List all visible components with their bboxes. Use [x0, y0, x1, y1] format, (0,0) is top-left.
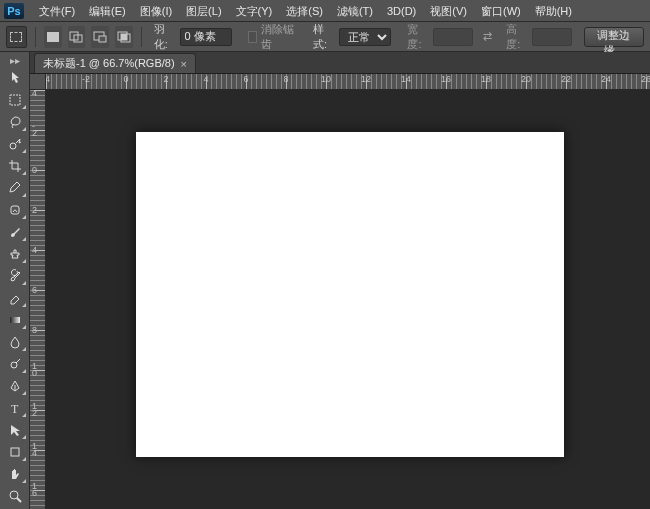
close-icon[interactable]: × [181, 58, 187, 70]
menu-help[interactable]: 帮助(H) [528, 0, 579, 22]
menu-view[interactable]: 视图(V) [423, 0, 474, 22]
menu-3d[interactable]: 3D(D) [380, 0, 423, 22]
options-divider [35, 27, 36, 47]
menu-file[interactable]: 文件(F) [32, 0, 82, 22]
healing-brush-tool[interactable] [3, 200, 27, 220]
eyedropper-tool[interactable] [3, 178, 27, 198]
eraser-tool[interactable] [3, 288, 27, 308]
canvas-viewport[interactable]: -4-2024681012141618202224262830 -4-20246… [30, 74, 650, 509]
canvas[interactable] [136, 132, 564, 457]
checkbox-icon [248, 31, 258, 43]
type-tool[interactable]: T [3, 398, 27, 418]
work-area: ▸▸ T 未标题-1 @ 66.7%(RGB/8) × -4-202468101… [0, 52, 650, 509]
height-label: 高度: [506, 22, 526, 52]
svg-rect-8 [10, 95, 20, 105]
app-logo: Ps [4, 3, 24, 19]
crop-tool[interactable] [3, 156, 27, 176]
selection-new-icon[interactable] [44, 26, 62, 48]
quick-select-tool[interactable] [3, 134, 27, 154]
shape-tool[interactable] [3, 442, 27, 462]
document-tab-title: 未标题-1 @ 66.7%(RGB/8) [43, 56, 175, 71]
svg-text:T: T [11, 402, 19, 415]
gradient-tool[interactable] [3, 310, 27, 330]
pen-tool[interactable] [3, 376, 27, 396]
document-tab[interactable]: 未标题-1 @ 66.7%(RGB/8) × [34, 53, 196, 73]
svg-rect-4 [99, 36, 106, 42]
clone-stamp-tool[interactable] [3, 244, 27, 264]
path-select-tool[interactable] [3, 420, 27, 440]
toolbox-handle-icon[interactable]: ▸▸ [2, 56, 28, 64]
ruler-horizontal[interactable]: -4-2024681012141618202224262830 [46, 74, 650, 90]
swap-dimensions-icon[interactable]: ⇄ [479, 30, 496, 43]
active-tool-preset[interactable] [6, 26, 27, 48]
move-tool[interactable] [3, 68, 27, 88]
selection-add-icon[interactable] [68, 26, 86, 48]
svg-point-15 [10, 491, 18, 499]
width-input [433, 28, 473, 46]
options-bar: 羽化: 消除锯齿 样式: 正常 宽度: ⇄ 高度: 调整边缘... [0, 22, 650, 52]
selection-subtract-icon[interactable] [91, 26, 109, 48]
style-label: 样式: [313, 22, 333, 52]
menu-type[interactable]: 文字(Y) [229, 0, 280, 22]
width-label: 宽度: [407, 22, 427, 52]
lasso-tool[interactable] [3, 112, 27, 132]
feather-input[interactable] [180, 28, 232, 46]
hand-tool[interactable] [3, 464, 27, 484]
document-area: 未标题-1 @ 66.7%(RGB/8) × -4-20246810121416… [30, 52, 650, 509]
svg-point-9 [10, 143, 16, 149]
menu-select[interactable]: 选择(S) [279, 0, 330, 22]
menu-filter[interactable]: 滤镜(T) [330, 0, 380, 22]
menu-bar: Ps 文件(F) 编辑(E) 图像(I) 图层(L) 文字(Y) 选择(S) 滤… [0, 0, 650, 22]
menu-edit[interactable]: 编辑(E) [82, 0, 133, 22]
svg-rect-0 [47, 32, 59, 42]
antialias-checkbox[interactable]: 消除锯齿 [248, 22, 295, 52]
feather-label: 羽化: [154, 22, 174, 52]
height-input [532, 28, 572, 46]
toolbox: ▸▸ T [0, 52, 30, 509]
svg-rect-14 [11, 448, 19, 456]
style-select[interactable]: 正常 [339, 28, 392, 46]
svg-rect-7 [121, 34, 127, 40]
antialias-label: 消除锯齿 [261, 22, 295, 52]
dodge-tool[interactable] [3, 354, 27, 374]
document-tabstrip: 未标题-1 @ 66.7%(RGB/8) × [30, 52, 650, 74]
history-brush-tool[interactable] [3, 266, 27, 286]
ruler-origin[interactable] [30, 74, 46, 90]
zoom-tool[interactable] [3, 486, 27, 506]
svg-rect-11 [10, 317, 20, 323]
menu-layer[interactable]: 图层(L) [179, 0, 228, 22]
options-divider [141, 27, 142, 47]
refine-edge-button[interactable]: 调整边缘... [584, 27, 644, 47]
brush-tool[interactable] [3, 222, 27, 242]
menu-window[interactable]: 窗口(W) [474, 0, 528, 22]
blur-tool[interactable] [3, 332, 27, 352]
ruler-vertical[interactable]: -4-20246810121416182022 [30, 90, 46, 509]
menu-image[interactable]: 图像(I) [133, 0, 179, 22]
marquee-tool[interactable] [3, 90, 27, 110]
selection-intersect-icon[interactable] [115, 26, 133, 48]
